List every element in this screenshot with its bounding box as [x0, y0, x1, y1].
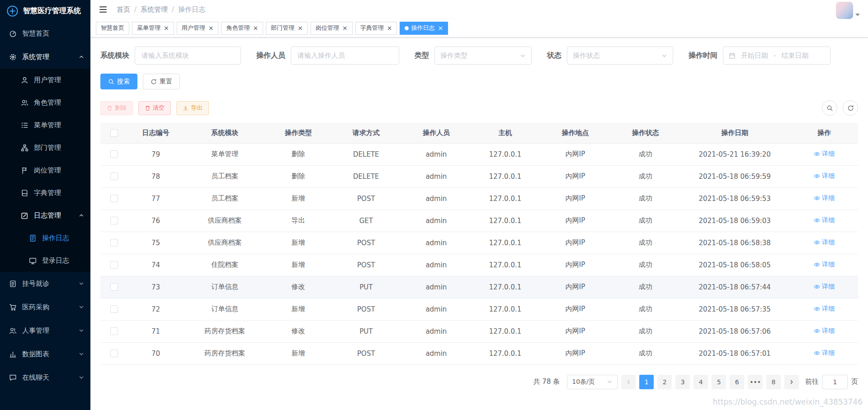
row-checkbox[interactable] — [110, 261, 118, 269]
table-row[interactable]: 75 供应商档案 新增 POST admin 127.0.0.1 内网IP 成功… — [100, 232, 858, 254]
sidebar-item-dict-mgmt[interactable]: 字典管理 — [0, 182, 90, 204]
tab-menu-mgmt[interactable]: 菜单管理 × — [132, 22, 174, 35]
table-row[interactable]: 70 药房存货档案 新增 POST admin 127.0.0.1 内网IP 成… — [100, 342, 858, 364]
sidebar-item-data-charts[interactable]: 数据图表 — [0, 342, 90, 366]
chevron-up-icon — [79, 213, 84, 218]
sidebar-item-role-mgmt[interactable]: 角色管理 — [0, 91, 90, 114]
page-button-3[interactable]: 3 — [675, 375, 690, 389]
sidebar-item-registration[interactable]: 挂号就诊 — [0, 272, 90, 295]
sidebar-item-smart-home[interactable]: 智慧首页 — [0, 22, 90, 45]
select-all-checkbox[interactable] — [110, 129, 118, 137]
detail-link[interactable]: 详细 — [814, 327, 835, 335]
search-button[interactable]: 搜索 — [100, 74, 137, 89]
row-checkbox[interactable] — [110, 327, 118, 335]
page-size-select[interactable]: 10条/页 — [567, 375, 618, 389]
more-pages-button[interactable]: ••• — [748, 375, 763, 389]
row-checkbox[interactable] — [110, 195, 118, 202]
sidebar-item-user-mgmt[interactable]: 用户管理 — [0, 69, 90, 91]
page-button-4[interactable]: 4 — [693, 375, 708, 389]
delete-button[interactable]: 删除 — [100, 101, 133, 115]
page-button-1[interactable]: 1 — [639, 375, 654, 389]
close-icon[interactable]: × — [297, 25, 303, 31]
page-button-8[interactable]: 8 — [766, 375, 781, 389]
tab-smart-home[interactable]: 智慧首页 — [96, 22, 129, 35]
refresh-table-button[interactable] — [843, 100, 858, 116]
close-icon[interactable]: × — [342, 25, 348, 31]
detail-link[interactable]: 详细 — [814, 238, 835, 247]
cell-operator: admin — [401, 210, 471, 232]
cell-date: 2021-05-21 16:39:20 — [679, 143, 790, 165]
type-select[interactable]: 操作类型 — [434, 47, 532, 65]
close-icon[interactable]: × — [438, 25, 443, 31]
page-button-2[interactable]: 2 — [657, 375, 672, 389]
page-button-5[interactable]: 5 — [712, 375, 726, 389]
operator-input[interactable] — [291, 47, 399, 65]
table-row[interactable]: 73 订单信息 修改 PUT admin 127.0.0.1 内网IP 成功 2… — [100, 276, 858, 298]
detail-link[interactable]: 详细 — [814, 305, 835, 313]
sidebar-item-login-log[interactable]: 登录日志 — [0, 249, 90, 272]
close-icon[interactable]: × — [208, 25, 214, 31]
row-checkbox[interactable] — [110, 305, 118, 313]
tab-dict-mgmt[interactable]: 字典管理 × — [355, 22, 397, 35]
sidebar-item-post-mgmt[interactable]: 岗位管理 — [0, 159, 90, 182]
tab-user-mgmt[interactable]: 用户管理 × — [177, 22, 219, 35]
goto-page-input[interactable] — [822, 375, 848, 389]
export-button[interactable]: 导出 — [176, 101, 209, 115]
table-row[interactable]: 76 供应商档案 导出 GET admin 127.0.0.1 内网IP 成功 … — [100, 210, 858, 232]
caret-down-icon[interactable] — [855, 14, 860, 16]
tab-post-mgmt[interactable]: 岗位管理 × — [311, 22, 353, 35]
close-icon[interactable]: × — [253, 25, 258, 31]
row-checkbox[interactable] — [110, 150, 118, 158]
clear-button[interactable]: 清空 — [138, 101, 171, 115]
sidebar-item-menu-mgmt[interactable]: 菜单管理 — [0, 114, 90, 136]
sidebar-item-medicine-purchase[interactable]: 医药采购 — [0, 295, 90, 319]
row-checkbox[interactable] — [110, 283, 118, 291]
close-icon[interactable]: × — [387, 25, 392, 31]
menu-list-icon — [21, 121, 28, 129]
sidebar-toggle-icon[interactable] — [99, 5, 108, 14]
date-range-picker[interactable]: 开始日期 - 结束日期 — [723, 47, 830, 65]
row-checkbox[interactable] — [110, 239, 118, 247]
detail-link[interactable]: 详细 — [814, 194, 835, 202]
detail-link[interactable]: 详细 — [814, 261, 835, 269]
cell-operation-type: 新增 — [265, 342, 331, 364]
col-host: 主机 — [471, 123, 539, 143]
sidebar-item-hr-mgmt[interactable]: 人事管理 — [0, 319, 90, 342]
col-operation-type: 操作类型 — [265, 123, 331, 143]
table-row[interactable]: 78 员工档案 删除 DELETE admin 127.0.0.1 内网IP 成… — [100, 165, 858, 187]
toggle-search-button[interactable] — [822, 100, 837, 116]
sidebar-item-dept-mgmt[interactable]: 部门管理 — [0, 136, 90, 159]
tab-role-mgmt[interactable]: 角色管理 × — [221, 22, 263, 35]
detail-link[interactable]: 详细 — [814, 172, 835, 180]
detail-link[interactable]: 详细 — [814, 150, 835, 158]
table-row[interactable]: 79 菜单管理 删除 DELETE admin 127.0.0.1 内网IP 成… — [100, 143, 858, 165]
system-module-input[interactable] — [135, 47, 241, 65]
sidebar-item-online-chat[interactable]: 在线聊天 — [0, 366, 90, 389]
user-icon — [21, 76, 28, 84]
sidebar-item-log-mgmt[interactable]: 日志管理 — [0, 204, 90, 227]
prev-page-button[interactable] — [621, 375, 636, 389]
table-row[interactable]: 77 员工档案 新增 POST admin 127.0.0.1 内网IP 成功 … — [100, 187, 858, 210]
row-checkbox[interactable] — [110, 172, 118, 180]
tab-dept-mgmt[interactable]: 部门管理 × — [266, 22, 308, 35]
breadcrumb-home[interactable]: 首页 — [117, 5, 130, 14]
detail-link[interactable]: 详细 — [814, 216, 835, 224]
status-select[interactable]: 操作状态 — [567, 47, 673, 65]
close-icon[interactable]: × — [164, 25, 169, 31]
table-row[interactable]: 74 住院档案 新增 POST admin 127.0.0.1 内网IP 成功 … — [100, 254, 858, 276]
next-page-button[interactable] — [784, 375, 799, 389]
detail-link[interactable]: 详细 — [814, 349, 835, 357]
reset-button[interactable]: 重置 — [143, 74, 180, 89]
user-avatar[interactable] — [836, 2, 853, 19]
row-checkbox[interactable] — [110, 349, 118, 357]
sidebar-item-operation-log[interactable]: 操作日志 — [0, 227, 90, 249]
breadcrumb-system-mgmt[interactable]: 系统管理 — [141, 5, 168, 14]
cell-host: 127.0.0.1 — [471, 276, 539, 298]
table-row[interactable]: 72 订单信息 新增 POST admin 127.0.0.1 内网IP 成功 … — [100, 298, 858, 320]
detail-link[interactable]: 详细 — [814, 283, 835, 291]
sidebar-item-system-mgmt[interactable]: 系统管理 — [0, 45, 90, 69]
row-checkbox[interactable] — [110, 217, 118, 224]
page-button-6[interactable]: 6 — [730, 375, 744, 389]
tab-operation-log[interactable]: 操作日志 × — [400, 22, 448, 35]
table-row[interactable]: 71 药房存货档案 修改 PUT admin 127.0.0.1 内网IP 成功… — [100, 320, 858, 342]
